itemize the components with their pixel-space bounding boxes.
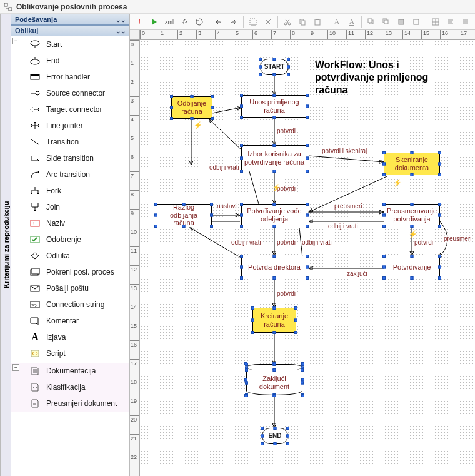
tool-arc-transition[interactable]: Arc transition bbox=[11, 166, 129, 183]
delete-button[interactable] bbox=[261, 15, 275, 29]
window-title: Oblikovanje poslovnih procesa bbox=[16, 3, 127, 11]
run-button[interactable] bbox=[148, 15, 161, 29]
tool-naziv[interactable]: ! Naziv bbox=[11, 215, 129, 231]
tool-klasifikacija[interactable]: Klasifikacija bbox=[11, 379, 129, 395]
node-zakljuci[interactable]: Zaključi dokument bbox=[246, 364, 302, 395]
tool-izjava[interactable]: A Izjava bbox=[11, 329, 129, 345]
tool-connection-string[interactable]: SQL Connection string bbox=[11, 296, 129, 313]
script-icon bbox=[29, 348, 41, 359]
validate-button[interactable]: ! bbox=[132, 15, 146, 29]
node-start[interactable]: START bbox=[260, 59, 289, 75]
node-preusmeravanje[interactable]: Preusmeravanje potvrđivanja bbox=[384, 204, 440, 226]
tool-fork[interactable]: Fork bbox=[11, 183, 129, 199]
conn-label: potvrdi bbox=[276, 128, 296, 134]
svg-point-5 bbox=[31, 59, 39, 64]
font-color-button[interactable]: A bbox=[345, 15, 359, 29]
tool-komentar[interactable]: Komentar bbox=[11, 313, 129, 329]
node-unos[interactable]: Unos primljenog računa bbox=[241, 95, 308, 118]
panel-design-label: Oblikuj bbox=[15, 27, 38, 34]
svg-text:!: ! bbox=[33, 221, 35, 226]
tool-start[interactable]: Start bbox=[11, 36, 129, 53]
tool-label: Klasifikacija bbox=[46, 383, 86, 392]
canvas-toolbar: ! xml A A bbox=[130, 14, 475, 30]
conn-label: nastavi bbox=[216, 203, 238, 210]
redirect-doc-icon bbox=[29, 398, 41, 409]
send-back-button[interactable] bbox=[379, 15, 393, 29]
tool-end[interactable]: End bbox=[11, 53, 129, 69]
workflow-title: WorkFlow: Unos i potvrđivanje primljenog… bbox=[315, 59, 452, 96]
svg-rect-47 bbox=[384, 20, 388, 24]
copy-button[interactable] bbox=[296, 15, 309, 29]
trigger-spark-icon: ⚡ bbox=[272, 184, 281, 192]
tool-target-connector[interactable]: Target connector bbox=[11, 101, 129, 118]
node-izbor[interactable]: Izbor korisnika za potvrđivanje računa bbox=[241, 145, 308, 171]
line-jointer-icon bbox=[29, 120, 41, 131]
chevron-down-icon: ⌄⌄ bbox=[116, 28, 126, 34]
tool-side-transition[interactable]: Side transition bbox=[11, 150, 129, 166]
sidebar: Podešavanja ⌄⌄ Oblikuj ⌄⌄ − Start End bbox=[11, 14, 130, 476]
bring-front-button[interactable] bbox=[364, 15, 378, 29]
tool-error-handler[interactable]: Error handler bbox=[11, 69, 129, 85]
svg-line-62 bbox=[309, 156, 384, 162]
tool-script[interactable]: Script bbox=[11, 345, 129, 362]
node-potvrdjivanje-vode[interactable]: Potvrđivanje vođe odeljenja bbox=[241, 204, 308, 226]
svg-line-71 bbox=[249, 171, 259, 204]
cut-button[interactable] bbox=[281, 15, 294, 29]
tool-label: Komentar bbox=[46, 316, 79, 325]
tool-odobrenje[interactable]: Odobrenje bbox=[11, 231, 129, 248]
panel-settings-header[interactable]: Podešavanja ⌄⌄ bbox=[11, 14, 129, 25]
ruler-horizontal: 01234567891011121314151617 bbox=[140, 30, 475, 40]
svg-point-9 bbox=[36, 91, 39, 95]
grid-button[interactable] bbox=[429, 15, 442, 29]
reload-button[interactable] bbox=[192, 15, 206, 29]
svg-rect-45 bbox=[368, 19, 372, 23]
wrench-button[interactable] bbox=[178, 15, 191, 29]
side-transition-icon bbox=[29, 153, 41, 164]
workflow-canvas[interactable]: WorkFlow: Unos i potvrđivanje primljenog… bbox=[140, 40, 475, 476]
conn-label: preusmeri bbox=[443, 235, 472, 242]
distribute-button[interactable] bbox=[459, 15, 472, 29]
tool-pokreni-proces[interactable]: Pokreni posl. proces bbox=[11, 264, 129, 280]
fill-color-button[interactable] bbox=[394, 15, 408, 29]
node-skeniranje[interactable]: Skeniranje dokumenta bbox=[384, 153, 440, 175]
tool-dokumentacija[interactable]: Dokumentacija bbox=[11, 363, 129, 379]
tool-transition[interactable]: Transition bbox=[11, 134, 129, 150]
node-potvrdjivanje[interactable]: Potvrđivanje bbox=[384, 256, 440, 278]
sql-icon: SQL bbox=[29, 299, 41, 310]
line-color-button[interactable] bbox=[409, 15, 423, 29]
tool-label: Side transition bbox=[46, 154, 94, 163]
tool-preusmjeri-dokument[interactable]: Preusmjeri dokument bbox=[11, 395, 129, 412]
select-button[interactable] bbox=[246, 15, 260, 29]
statement-icon: A bbox=[29, 332, 41, 343]
tool-label: Transition bbox=[46, 138, 79, 146]
tool-label: Script bbox=[46, 349, 66, 358]
svg-point-2 bbox=[31, 41, 39, 46]
tool-posalji-postu[interactable]: Pošalji poštu bbox=[11, 280, 129, 296]
trigger-spark-icon: ⚡ bbox=[194, 121, 202, 129]
node-kreiranje[interactable]: Kreiranje računa bbox=[252, 308, 296, 333]
conn-label: odbij i vrati bbox=[328, 223, 359, 230]
text-button[interactable]: A bbox=[330, 15, 344, 29]
tool-line-jointer[interactable]: Line jointer bbox=[11, 118, 129, 134]
node-razlog[interactable]: Razlog odbijanja računa bbox=[156, 204, 212, 226]
vertical-tab-criteria[interactable]: Kriterijumi za reprodukciju bbox=[0, 14, 11, 476]
node-end[interactable]: END bbox=[262, 428, 288, 444]
panel-settings-label: Podešavanja bbox=[15, 16, 57, 23]
paste-button[interactable] bbox=[311, 15, 324, 29]
tool-join[interactable]: Join bbox=[11, 199, 129, 215]
tool-label: End bbox=[46, 56, 59, 65]
comment-icon bbox=[29, 315, 41, 327]
align-button[interactable] bbox=[444, 15, 458, 29]
tool-source-connector[interactable]: Source connector bbox=[11, 85, 129, 101]
xml-button[interactable]: xml bbox=[162, 15, 176, 29]
tool-odluka[interactable]: Odluka bbox=[11, 248, 129, 264]
window-titlebar: Oblikovanje poslovnih procesa bbox=[0, 0, 475, 14]
node-odbijanje[interactable]: Odbijanje računa bbox=[171, 96, 212, 119]
document-icon bbox=[29, 365, 41, 377]
panel-design-header[interactable]: Oblikuj ⌄⌄ bbox=[11, 25, 129, 36]
undo-button[interactable] bbox=[212, 15, 226, 29]
redo-button[interactable] bbox=[227, 15, 241, 29]
node-potvrda-direktora[interactable]: Potvrda direktora bbox=[241, 256, 308, 278]
svg-rect-48 bbox=[399, 19, 404, 24]
svg-rect-23 bbox=[31, 220, 39, 226]
